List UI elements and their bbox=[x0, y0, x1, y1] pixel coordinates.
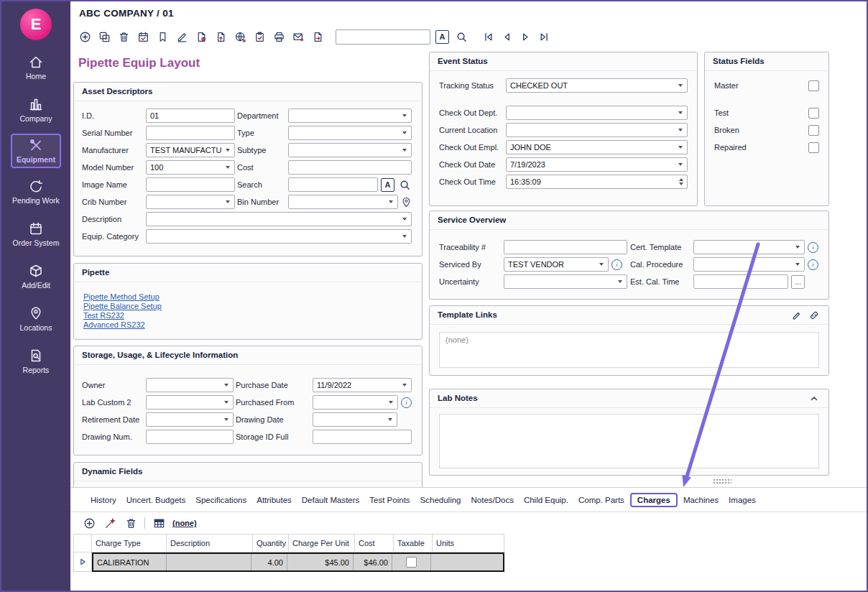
cert-template-combo[interactable] bbox=[693, 240, 805, 254]
bookmark-button[interactable] bbox=[155, 29, 170, 44]
uncertainty-combo[interactable] bbox=[504, 274, 627, 289]
type-combo[interactable] bbox=[288, 126, 412, 140]
tab-child-equip[interactable]: Child Equip. bbox=[524, 496, 568, 504]
collapse-lab-notes-button[interactable] bbox=[808, 392, 821, 405]
tab-test-points[interactable]: Test Points bbox=[369, 496, 410, 504]
tab-specifications[interactable]: Specifications bbox=[195, 496, 246, 504]
taxable-checkbox[interactable] bbox=[406, 557, 417, 568]
cost-input[interactable] bbox=[288, 160, 412, 175]
asset-font-search-button[interactable]: A bbox=[381, 178, 394, 192]
column-header[interactable]: Charge Type bbox=[92, 534, 167, 552]
delete-record-button[interactable] bbox=[116, 29, 131, 44]
calendar-event-button[interactable] bbox=[136, 29, 150, 44]
tab-history[interactable]: History bbox=[91, 496, 116, 504]
serial-number-input[interactable] bbox=[146, 126, 235, 140]
tab-scheduling[interactable]: Scheduling bbox=[420, 496, 461, 504]
checkout-date-combo[interactable]: 7/19/2023 bbox=[506, 157, 688, 172]
sidebar-item-company[interactable]: Company bbox=[16, 94, 57, 126]
print-button[interactable] bbox=[272, 29, 286, 44]
add-record-button[interactable] bbox=[78, 29, 92, 44]
lab-custom2-combo[interactable] bbox=[146, 395, 234, 410]
column-header[interactable]: Description bbox=[167, 534, 253, 552]
tab-uncert-budgets[interactable]: Uncert. Budgets bbox=[126, 496, 185, 504]
app-logo[interactable]: E bbox=[20, 9, 52, 40]
column-header[interactable]: Charge Per Unit bbox=[289, 534, 355, 552]
model-number-combo[interactable]: 100 bbox=[146, 160, 235, 175]
cell-units[interactable] bbox=[431, 554, 503, 570]
email-button[interactable] bbox=[291, 29, 305, 44]
tracking-status-combo[interactable]: CHECKED OUT bbox=[506, 78, 688, 93]
row-expander[interactable] bbox=[73, 552, 92, 572]
charge-template-none-link[interactable]: (none) bbox=[172, 519, 197, 527]
document-settings-button[interactable] bbox=[194, 29, 208, 44]
asset-search-button[interactable] bbox=[397, 177, 412, 192]
sidebar-item-order-system[interactable]: Order System bbox=[9, 218, 64, 250]
column-header[interactable]: Taxable bbox=[394, 534, 433, 552]
tab-machines[interactable]: Machines bbox=[683, 496, 719, 504]
manufacturer-combo[interactable]: TEST MANUFACTU bbox=[146, 143, 235, 157]
test-checkbox[interactable] bbox=[808, 108, 819, 119]
asset-search-input[interactable] bbox=[288, 177, 378, 192]
export-button[interactable] bbox=[310, 29, 325, 44]
delete-charge-button[interactable] bbox=[124, 516, 138, 530]
bin-number-combo[interactable] bbox=[288, 195, 398, 209]
web-link-button[interactable] bbox=[233, 29, 247, 44]
image-name-input[interactable] bbox=[146, 177, 235, 192]
cell-description[interactable] bbox=[167, 554, 251, 570]
checkout-dept-combo[interactable] bbox=[506, 106, 688, 120]
next-record-button[interactable] bbox=[518, 29, 532, 44]
broken-checkbox[interactable] bbox=[808, 125, 819, 136]
pipette-method-setup-link[interactable]: Pipette Method Setup bbox=[83, 292, 160, 301]
table-row[interactable]: CALIBRATION 4.00 $45.00 $46.00 bbox=[73, 552, 504, 572]
description-combo[interactable] bbox=[146, 212, 412, 226]
current-location-combo[interactable] bbox=[506, 123, 688, 137]
pipette-balance-setup-link[interactable]: Pipette Balance Setup bbox=[83, 302, 162, 310]
serviced-by-combo[interactable]: TEST VENDOR bbox=[504, 257, 609, 272]
location-pin-icon[interactable] bbox=[401, 197, 412, 208]
edit-record-button[interactable] bbox=[175, 29, 189, 44]
column-header[interactable]: Quantity bbox=[253, 534, 289, 552]
owner-combo[interactable] bbox=[146, 378, 234, 392]
cell-quantity[interactable]: 4.00 bbox=[251, 554, 287, 570]
storage-id-full-input[interactable] bbox=[313, 430, 412, 444]
search-button[interactable] bbox=[454, 29, 468, 44]
info-icon[interactable]: i bbox=[401, 397, 412, 408]
tab-comp-parts[interactable]: Comp. Parts bbox=[578, 496, 624, 504]
cell-charge-per-unit[interactable]: $45.00 bbox=[287, 554, 354, 570]
tab-charges[interactable]: Charges bbox=[630, 493, 678, 507]
add-charge-button[interactable] bbox=[82, 516, 96, 530]
info-icon[interactable]: i bbox=[808, 242, 818, 253]
info-icon[interactable]: i bbox=[808, 259, 818, 270]
column-header[interactable]: Units bbox=[433, 534, 504, 552]
checkout-time-spinner[interactable]: 16:35:09 bbox=[506, 175, 688, 189]
cell-cost[interactable]: $46.00 bbox=[354, 554, 392, 570]
tab-attributes[interactable]: Attributes bbox=[257, 496, 292, 504]
tab-default-masters[interactable]: Default Masters bbox=[302, 496, 360, 504]
id-input[interactable] bbox=[146, 108, 235, 123]
retirement-date-combo[interactable] bbox=[146, 412, 234, 427]
checklist-button[interactable] bbox=[252, 29, 267, 44]
repaired-checkbox[interactable] bbox=[808, 142, 819, 153]
cal-procedure-combo[interactable] bbox=[693, 257, 805, 272]
column-header[interactable]: Cost bbox=[355, 534, 394, 552]
edit-template-links-button[interactable] bbox=[790, 309, 803, 322]
test-rs232-link[interactable]: Test RS232 bbox=[83, 311, 124, 320]
traceability-input[interactable] bbox=[504, 240, 627, 254]
department-combo[interactable] bbox=[288, 108, 412, 123]
charge-layout-button[interactable] bbox=[152, 516, 166, 530]
sidebar-item-locations[interactable]: Locations bbox=[16, 303, 57, 335]
crib-number-combo[interactable] bbox=[146, 195, 235, 209]
clone-record-button[interactable] bbox=[97, 29, 111, 44]
previous-record-button[interactable] bbox=[499, 29, 514, 44]
panel-splitter-handle[interactable] bbox=[713, 478, 731, 484]
subtype-combo[interactable] bbox=[288, 143, 412, 157]
sidebar-item-equipment[interactable]: Equipment bbox=[11, 134, 61, 168]
equip-category-combo[interactable] bbox=[146, 229, 412, 244]
sidebar-item-add-edit[interactable]: Add/Edit bbox=[17, 261, 55, 292]
document-import-button[interactable] bbox=[213, 29, 228, 44]
spinner-arrows-icon[interactable] bbox=[679, 178, 683, 185]
first-record-button[interactable] bbox=[481, 29, 495, 44]
est-cal-time-input[interactable] bbox=[693, 274, 788, 289]
sidebar-item-reports[interactable]: Reports bbox=[19, 346, 54, 377]
drawing-date-combo[interactable] bbox=[313, 412, 397, 427]
